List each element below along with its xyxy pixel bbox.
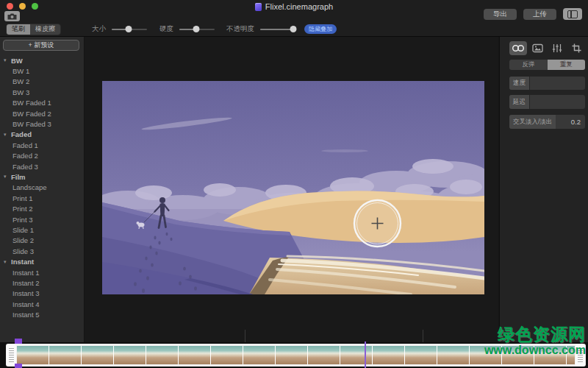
timeline-playhead[interactable] xyxy=(365,342,366,368)
inspector-panel: 反弹 重复 速度 延迟 交叉淡入/淡出 0.2 xyxy=(499,37,588,342)
loop-icon xyxy=(512,44,525,52)
filmstrip-thumb[interactable] xyxy=(567,346,575,364)
slider-thumb[interactable] xyxy=(290,26,296,32)
preset-item[interactable]: Print 3 xyxy=(0,214,83,224)
preset-item[interactable]: Faded 1 xyxy=(0,140,83,150)
app-window: Flixel.cinemagraph 导出 上传 笔刷 橡皮擦 大小 硬度 不透… xyxy=(0,0,588,368)
adjustments-icon xyxy=(552,43,562,53)
preset-item[interactable]: Print 1 xyxy=(0,193,83,203)
trim-handle-left[interactable] xyxy=(7,344,16,366)
filmstrip-thumb[interactable] xyxy=(340,346,372,364)
filmstrip-thumb[interactable] xyxy=(470,346,501,364)
preset-item[interactable]: Faded 2 xyxy=(0,151,83,161)
tool-segmented-control: 笔刷 橡皮擦 xyxy=(6,24,61,35)
bounce-mode-button[interactable]: 反弹 xyxy=(509,60,548,70)
image-icon xyxy=(532,43,543,53)
titlebar: Flixel.cinemagraph 导出 上传 xyxy=(0,0,588,22)
preset-item[interactable]: Slide 1 xyxy=(0,224,83,235)
editor-canvas xyxy=(85,37,498,342)
preset-tree: ▾BWBW 1BW 2BW 3BW Faded 1BW Faded 2BW Fa… xyxy=(0,55,83,320)
crossfade-field[interactable]: 交叉淡入/淡出 0.2 xyxy=(509,115,585,129)
preset-group-label: BW xyxy=(11,57,23,65)
filmstrip-thumb[interactable] xyxy=(373,346,404,364)
sidebar-toggle-button[interactable] xyxy=(563,8,582,20)
filmstrip-thumb[interactable] xyxy=(534,346,566,364)
slider-thumb[interactable] xyxy=(126,26,132,32)
disclosure-triangle-icon[interactable]: ▾ xyxy=(4,174,9,180)
filmstrip-thumb[interactable] xyxy=(502,346,534,364)
brush-toolbar: 笔刷 橡皮擦 大小 硬度 不透明度 隐藏叠加 xyxy=(0,22,588,37)
filmstrip-thumb[interactable] xyxy=(437,346,469,364)
filmstrip[interactable] xyxy=(6,344,586,367)
filmstrip-thumb[interactable] xyxy=(211,346,243,364)
timeline xyxy=(0,342,588,368)
preset-item[interactable]: BW 1 xyxy=(0,66,83,76)
filmstrip-thumb[interactable] xyxy=(49,346,81,364)
preset-item[interactable]: Slide 2 xyxy=(0,236,83,246)
timeline-tick xyxy=(423,330,423,342)
preset-item[interactable]: Landscape xyxy=(0,183,83,193)
crossfade-value: 0.2 xyxy=(571,118,585,126)
disclosure-triangle-icon[interactable]: ▾ xyxy=(4,259,9,265)
repeat-mode-button[interactable]: 重复 xyxy=(548,60,586,70)
filmstrip-thumb[interactable] xyxy=(276,346,307,364)
camera-button[interactable] xyxy=(4,11,20,21)
hide-overlay-toggle[interactable]: 隐藏叠加 xyxy=(304,24,337,34)
trim-handle-right[interactable] xyxy=(576,344,585,366)
trim-marker-bottom xyxy=(15,364,22,368)
disclosure-triangle-icon[interactable]: ▾ xyxy=(4,132,9,138)
delay-label: 延迟 xyxy=(509,95,529,109)
preset-group-instant[interactable]: ▾Instant xyxy=(0,256,83,266)
trim-marker-top xyxy=(15,339,22,344)
delay-field[interactable]: 延迟 xyxy=(509,95,585,109)
brush-tool-button[interactable]: 笔刷 xyxy=(7,24,30,35)
speed-field[interactable]: 速度 xyxy=(509,77,585,90)
filmstrip-thumb[interactable] xyxy=(146,346,178,364)
filmstrip-thumb[interactable] xyxy=(114,346,146,364)
tab-crop[interactable] xyxy=(568,41,586,55)
eraser-tool-button[interactable]: 橡皮擦 xyxy=(30,24,60,35)
filmstrip-thumb[interactable] xyxy=(308,346,340,364)
inspector-tabs xyxy=(509,40,586,56)
filmstrip-thumb[interactable] xyxy=(243,346,275,364)
filmstrip-thumb[interactable] xyxy=(82,346,113,364)
preset-item[interactable]: BW Faded 2 xyxy=(0,108,83,118)
brush-opacity-slider[interactable] xyxy=(260,24,295,35)
preset-group-bw[interactable]: ▾BW xyxy=(0,55,83,66)
brush-size-label: 大小 xyxy=(92,24,106,34)
preset-item[interactable]: Instant 5 xyxy=(0,309,83,319)
preset-group-film[interactable]: ▾Film xyxy=(0,171,83,182)
brush-size-slider[interactable] xyxy=(112,24,147,35)
filmstrip-thumb[interactable] xyxy=(179,346,210,364)
slider-thumb[interactable] xyxy=(193,26,200,32)
preset-item[interactable]: Faded 3 xyxy=(0,161,83,171)
preset-item[interactable]: Instant 3 xyxy=(0,289,83,299)
preset-item[interactable]: Instant 1 xyxy=(0,267,83,277)
brush-hardness-slider[interactable] xyxy=(179,24,215,35)
filmstrip-thumb[interactable] xyxy=(17,346,49,364)
brush-opacity-label: 不透明度 xyxy=(226,24,254,34)
canvas-image[interactable] xyxy=(102,81,484,294)
preset-item[interactable]: Slide 3 xyxy=(0,246,83,256)
filmstrip-thumbnails[interactable] xyxy=(17,346,575,364)
preset-sidebar: + 新预设 ▾BWBW 1BW 2BW 3BW Faded 1BW Faded … xyxy=(0,37,85,342)
filmstrip-thumb[interactable] xyxy=(405,346,437,364)
preset-item[interactable]: BW 3 xyxy=(0,87,83,97)
upload-button[interactable]: 上传 xyxy=(523,9,556,20)
field-divider xyxy=(529,95,530,109)
preset-item[interactable]: Instant 2 xyxy=(0,277,83,288)
preset-item[interactable]: BW 2 xyxy=(0,77,83,87)
disclosure-triangle-icon[interactable]: ▾ xyxy=(4,57,9,63)
preset-item[interactable]: BW Faded 1 xyxy=(0,98,83,108)
new-preset-button[interactable]: + 新预设 xyxy=(3,40,79,51)
preset-item[interactable]: Instant 4 xyxy=(0,299,83,309)
preset-item[interactable]: BW Faded 3 xyxy=(0,118,83,129)
camera-icon xyxy=(7,13,17,20)
tab-loop[interactable] xyxy=(509,41,527,55)
export-button[interactable]: 导出 xyxy=(484,9,517,20)
tab-adjustments[interactable] xyxy=(548,41,566,55)
document-icon xyxy=(255,3,262,11)
preset-item[interactable]: Print 2 xyxy=(0,203,83,213)
tab-image[interactable] xyxy=(529,41,547,55)
preset-group-faded[interactable]: ▾Faded xyxy=(0,130,83,140)
